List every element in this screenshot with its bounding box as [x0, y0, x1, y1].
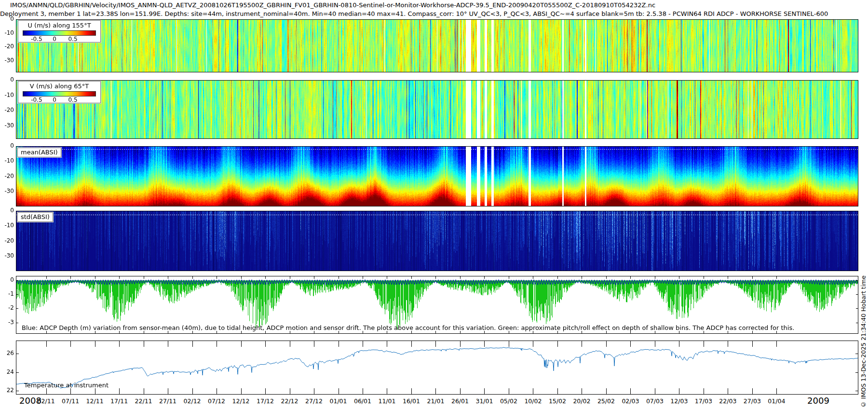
- y-tick-label: 24: [0, 369, 14, 375]
- u-colorbar-gradient: [23, 30, 96, 36]
- x-tick-label: 10/02: [519, 397, 546, 405]
- y-tick-label: 0: [0, 207, 14, 214]
- imos-watermark: © IMOS 13-Dec-2025 21:34:40 Hobart time: [860, 275, 867, 408]
- colorbar-tick: -0.5: [28, 96, 45, 103]
- y-tick-label: -30: [0, 188, 14, 194]
- panel-temperature: Temperature at instrument: [16, 341, 858, 395]
- u-colorbar-legend: U (m/s) along 155°T -0.5 0 0.5: [18, 20, 101, 42]
- x-tick-label: 25/02: [593, 397, 620, 405]
- v-colorbar-gradient: [23, 91, 96, 96]
- x-tick-label: 17/03: [690, 397, 717, 405]
- u-velocity-heatmap: [16, 19, 858, 72]
- panel-u-velocity: U (m/s) along 155°T -0.5 0 0.5: [16, 19, 858, 72]
- y-tick-label: -1: [0, 290, 14, 297]
- y-tick-label: -30: [0, 57, 14, 64]
- y-tick-label: 0: [0, 142, 14, 149]
- panel-std-absi: std(ABSI): [16, 211, 858, 271]
- y-tick-label: 0: [0, 276, 14, 283]
- mean-absi-label: mean(ABSI): [17, 148, 61, 157]
- panel-mean-absi: mean(ABSI): [16, 146, 858, 206]
- std-absi-label: std(ABSI): [17, 212, 53, 222]
- temperature-plot: [16, 341, 858, 395]
- depth-annotation: Blue: ADCP Depth (m) variation from sens…: [22, 324, 794, 331]
- x-tick-label: 01/01: [325, 397, 352, 405]
- std-absi-heatmap: [16, 211, 858, 271]
- x-tick-label: 02/12: [179, 397, 206, 405]
- y-tick-label: -20: [0, 237, 14, 244]
- x-tick-label: 17/12: [252, 397, 279, 405]
- x-tick-label: 26/01: [447, 397, 474, 405]
- x-tick-label: 20/02: [568, 397, 595, 405]
- x-axis-year-end: 2009: [797, 396, 840, 406]
- y-tick-label: -30: [0, 252, 14, 259]
- x-tick-label: 22/12: [276, 397, 303, 405]
- mean-absi-heatmap: [16, 146, 858, 206]
- v-velocity-heatmap: [16, 80, 858, 139]
- colorbar-tick: -0.5: [28, 36, 45, 42]
- y-tick-label: -10: [0, 92, 14, 98]
- colorbar-tick: 0.5: [65, 96, 81, 103]
- y-tick-label: -10: [0, 222, 14, 229]
- x-tick-label: 27/03: [739, 397, 766, 405]
- x-tick-label: 07/11: [57, 397, 84, 405]
- x-tick-label: 22/11: [130, 397, 157, 405]
- x-tick-label: 01/04: [763, 397, 790, 405]
- x-tick-label: 16/01: [398, 397, 425, 405]
- x-tick-label: 12/03: [665, 397, 692, 405]
- y-tick-label: -2: [0, 304, 14, 311]
- y-tick-label: -10: [0, 29, 14, 36]
- x-tick-label: 11/01: [373, 397, 400, 405]
- temperature-label: Temperature at instrument: [24, 382, 108, 389]
- x-tick-label: 07/03: [641, 397, 668, 405]
- figure-title: IMOS/ANMN/QLD/GBRHIN/Velocity/IMOS_ANMN-…: [0, 1, 665, 9]
- y-tick-label: -20: [0, 43, 14, 50]
- y-tick-label: 26: [0, 350, 14, 356]
- y-tick-label: -3: [0, 319, 14, 326]
- x-tick-label: 12/11: [81, 397, 108, 405]
- u-legend-title: U (m/s) along 155°T: [18, 22, 100, 29]
- y-tick-label: 0: [0, 76, 14, 83]
- x-tick-label: 22/03: [714, 397, 741, 405]
- x-tick-label: 21/01: [422, 397, 449, 405]
- colorbar-tick: 0: [46, 36, 63, 42]
- panel-v-velocity: V (m/s) along 65°T -0.5 0 0.5: [16, 80, 858, 139]
- x-tick-label: 17/11: [106, 397, 133, 405]
- v-legend-title: V (m/s) along 65°T: [18, 82, 100, 90]
- x-tick-label: 02/03: [617, 397, 644, 405]
- x-axis-year-start: 2008: [9, 396, 52, 406]
- v-colorbar-legend: V (m/s) along 65°T -0.5 0 0.5: [18, 81, 101, 103]
- y-tick-label: -30: [0, 122, 14, 129]
- x-tick-label: 15/02: [544, 397, 571, 405]
- x-tick-label: 07/12: [203, 397, 230, 405]
- figure: IMOS/ANMN/QLD/GBRHIN/Velocity/IMOS_ANMN-…: [0, 0, 868, 410]
- y-tick-label: -20: [0, 107, 14, 113]
- panel-depth-variation: Blue: ADCP Depth (m) variation from sens…: [16, 276, 858, 334]
- x-tick-label: 05/02: [495, 397, 522, 405]
- y-tick-label: -20: [0, 173, 14, 179]
- figure-subtitle: Deployment 3, member 1 lat=23.38S lon=15…: [0, 10, 665, 17]
- colorbar-tick: 0: [46, 96, 63, 103]
- y-tick-label: 0: [0, 15, 14, 22]
- colorbar-tick: 0.5: [65, 36, 81, 42]
- x-tick-label: 06/01: [349, 397, 376, 405]
- x-tick-label: 12/12: [228, 397, 255, 405]
- x-tick-label: 31/01: [471, 397, 498, 405]
- x-tick-label: 27/11: [154, 397, 181, 405]
- y-tick-label: -10: [0, 157, 14, 164]
- x-tick-label: 27/12: [300, 397, 327, 405]
- y-tick-label: 22: [0, 387, 14, 394]
